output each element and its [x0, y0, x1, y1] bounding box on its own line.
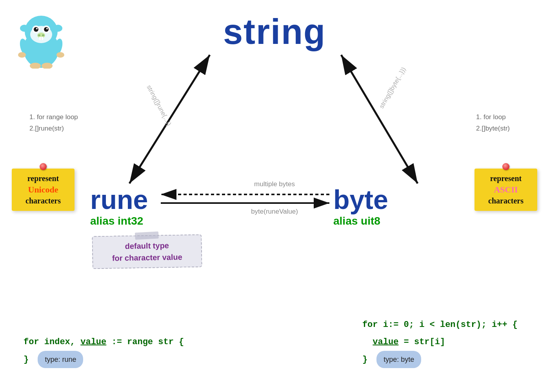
code-left-line1: for index, value := range str {: [24, 334, 184, 351]
sticky-note-left: represent Unicode characters: [12, 169, 75, 211]
svg-point-3: [54, 25, 62, 32]
code-left-line2: } type: rune: [24, 351, 184, 368]
pin-left: [40, 163, 47, 170]
code-left: for index, value := range str { } type: …: [24, 334, 184, 368]
byte-rune-label: byte(runeValue): [251, 208, 298, 216]
svg-point-10: [46, 28, 48, 29]
default-type-note: default type for character value: [92, 234, 202, 269]
code-right: for i:= 0; i < len(str); i++ { value = s…: [362, 316, 518, 368]
alias-rune-label: alias int32: [90, 215, 143, 227]
svg-point-19: [56, 52, 64, 58]
type-byte-badge: type: byte: [376, 351, 421, 368]
svg-point-8: [44, 27, 49, 32]
type-rune-badge: type: rune: [38, 351, 83, 368]
go-mascot: [16, 8, 67, 67]
svg-line-25: [341, 55, 418, 183]
svg-point-7: [34, 27, 38, 32]
rune-label: rune: [90, 184, 148, 215]
right-methods: 1. for loop 2.[]byte(str): [476, 112, 510, 134]
left-methods: 1. for range loop 2.[]rune(str): [29, 112, 78, 134]
svg-point-9: [36, 28, 38, 29]
code-right-line3: } type: byte: [362, 351, 518, 368]
main-title: string: [223, 12, 326, 52]
diagonal-right-label: string([]byte{...})): [378, 66, 407, 109]
svg-point-2: [20, 25, 29, 32]
svg-point-12: [38, 34, 40, 36]
code-right-line1: for i:= 0; i < len(str); i++ {: [362, 316, 518, 334]
sticky-note-right: represent ASCII characters: [474, 169, 537, 211]
tape-decoration: [135, 231, 159, 240]
pin-right: [502, 163, 509, 170]
byte-label: byte: [333, 184, 388, 215]
code-right-line2: value = str[i]: [362, 334, 518, 351]
svg-point-13: [42, 34, 44, 36]
svg-point-18: [18, 52, 26, 58]
alias-byte-label: alias uit8: [333, 215, 380, 227]
diagonal-left-label: string([]rune{...}): [145, 84, 173, 127]
multiple-bytes-label: multiple bytes: [254, 180, 295, 188]
